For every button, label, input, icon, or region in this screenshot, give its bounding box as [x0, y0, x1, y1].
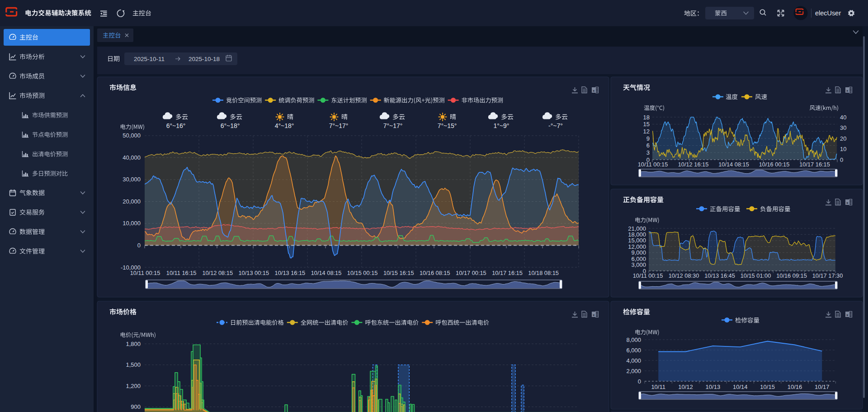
svg-text:30: 30 [840, 124, 846, 131]
svg-text:12,000: 12,000 [628, 243, 646, 250]
svg-text:10,000: 10,000 [123, 220, 141, 227]
svg-text:10/13 00:15: 10/13 00:15 [238, 270, 269, 276]
svg-text:10/12 08:30: 10/12 08:30 [669, 272, 699, 279]
svg-text:10/17 16:15: 10/17 16:15 [492, 270, 523, 276]
svg-text:10/14: 10/14 [733, 384, 748, 390]
svg-text:7°~15°: 7°~15° [438, 122, 457, 129]
svg-text:10/14 08:15: 10/14 08:15 [718, 161, 749, 168]
svg-text:10/15 01:00: 10/15 01:00 [741, 272, 771, 279]
svg-text:3,000: 3,000 [631, 261, 646, 268]
svg-text:10/14 08:15: 10/14 08:15 [311, 270, 342, 276]
svg-text:2025-10-18: 2025-10-18 [189, 56, 220, 62]
svg-text:10/17 16:15: 10/17 16:15 [799, 161, 830, 168]
svg-text:10/16 09:15: 10/16 09:15 [776, 272, 807, 279]
svg-text:x: x [846, 201, 849, 205]
svg-text:8,000: 8,000 [626, 336, 641, 343]
svg-text:7°~17°: 7°~17° [329, 122, 349, 129]
svg-text:6,000: 6,000 [631, 256, 646, 262]
svg-text:1°~9°: 1°~9° [494, 122, 509, 129]
svg-text:900: 900 [131, 403, 141, 410]
svg-text:x: x [593, 313, 595, 317]
svg-text:10/15 16:15: 10/15 16:15 [383, 270, 414, 276]
svg-text:0: 0 [840, 156, 843, 163]
svg-text:12: 12 [643, 128, 650, 135]
svg-text:7°~17°: 7°~17° [383, 122, 403, 129]
svg-text:10/17: 10/17 [815, 384, 830, 390]
svg-text:30,000: 30,000 [123, 176, 141, 183]
svg-text:x: x [593, 89, 595, 93]
svg-text:10/16 08:15: 10/16 08:15 [420, 270, 450, 276]
svg-text:50,000: 50,000 [123, 132, 141, 139]
svg-text:20,000: 20,000 [123, 198, 141, 205]
svg-text:9,000: 9,000 [631, 249, 646, 256]
svg-text:9: 9 [646, 135, 650, 142]
svg-text:10/15 00:15: 10/15 00:15 [347, 270, 378, 276]
svg-text:1,800: 1,800 [126, 341, 141, 347]
svg-text:18: 18 [643, 114, 650, 121]
svg-text:1,200: 1,200 [126, 383, 141, 389]
svg-text:15,000: 15,000 [628, 237, 646, 244]
svg-text:10/12: 10/12 [678, 384, 693, 390]
svg-text:10/13 16:45: 10/13 16:45 [704, 272, 735, 279]
svg-text:10/13: 10/13 [706, 384, 721, 390]
svg-text:2,000: 2,000 [626, 368, 641, 374]
svg-text:15: 15 [643, 121, 650, 128]
svg-text:1,500: 1,500 [126, 361, 141, 368]
svg-text:10/17 00:15: 10/17 00:15 [456, 270, 486, 276]
svg-text:6,000: 6,000 [626, 347, 641, 354]
svg-text:x: x [846, 89, 849, 93]
svg-text:10/13 16:15: 10/13 16:15 [275, 270, 306, 276]
svg-text:6°~16°: 6°~16° [166, 122, 186, 129]
svg-text:10: 10 [840, 146, 846, 152]
svg-text:40,000: 40,000 [123, 154, 141, 161]
svg-text:10/18 08:15: 10/18 08:15 [528, 270, 559, 276]
svg-text:10/17 17:30: 10/17 17:30 [812, 272, 843, 279]
svg-text:0: 0 [137, 242, 141, 249]
svg-text:elecUser: elecUser [815, 9, 841, 17]
svg-text:10/11 00:15: 10/11 00:15 [638, 161, 668, 168]
svg-text:10/12 16:15: 10/12 16:15 [678, 161, 709, 168]
svg-text:10/15: 10/15 [760, 384, 775, 390]
svg-text:20: 20 [840, 135, 846, 142]
svg-text:-°~7°: -°~7° [548, 122, 563, 129]
svg-text:3: 3 [646, 149, 650, 156]
svg-text:21,000: 21,000 [628, 225, 646, 232]
svg-text:18,000: 18,000 [628, 231, 646, 238]
svg-text:-10,000: -10,000 [121, 264, 141, 271]
svg-text:10/16: 10/16 [788, 384, 802, 390]
svg-text:x: x [846, 313, 849, 317]
svg-text:2025-10-11: 2025-10-11 [134, 56, 165, 62]
svg-text:10/12 08:15: 10/12 08:15 [202, 270, 233, 276]
svg-text:4°~18°: 4°~18° [275, 122, 294, 129]
svg-text:6: 6 [646, 142, 650, 149]
svg-text:10/11: 10/11 [651, 384, 665, 390]
svg-text:6°~18°: 6°~18° [221, 122, 240, 129]
svg-text:10/11 16:15: 10/11 16:15 [166, 270, 197, 276]
svg-text:0: 0 [638, 378, 641, 385]
svg-text:4,000: 4,000 [626, 357, 641, 364]
svg-text:10/11 00:15: 10/11 00:15 [633, 272, 663, 279]
svg-text:40: 40 [840, 114, 846, 121]
